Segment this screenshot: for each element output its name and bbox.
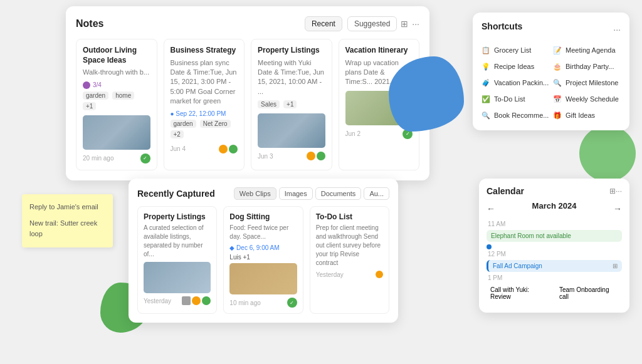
note-card-property[interactable]: Property Listings Meeting with Yuki Date… xyxy=(251,39,332,170)
time-label-11: 11 AM xyxy=(487,221,622,227)
note-card-title: Vacation Itinerary xyxy=(345,46,413,56)
calendar-next-button[interactable]: → xyxy=(613,204,622,214)
person-name: Luis xyxy=(229,254,241,261)
avatar-pair xyxy=(307,152,325,160)
shortcut-label: Book Recomme... xyxy=(494,112,549,119)
time-label-12: 12 PM xyxy=(487,251,622,257)
shortcut-birthday[interactable]: 🎂 Birthday Party... xyxy=(553,60,621,73)
cal-event-elephant[interactable]: Elephant Room not available xyxy=(487,230,622,242)
shortcut-schedule[interactable]: 📅 Weekly Schedule xyxy=(553,93,621,105)
note-card-body: Walk-through with b... xyxy=(83,68,150,77)
note-footer: Jun 2 ✓ xyxy=(345,129,413,139)
date-value: Dec 6, 9:00 AM xyxy=(236,244,279,251)
event-label: Call with Yuki: Review xyxy=(490,286,529,300)
tag-home: home xyxy=(112,91,134,100)
tab-images[interactable]: Images xyxy=(279,187,313,200)
gift-icon: 🎁 xyxy=(553,111,562,120)
captured-card-todo[interactable]: To-Do List Prep for client meeting and w… xyxy=(310,206,389,314)
avatar-clip xyxy=(182,296,191,305)
avatar-gold xyxy=(219,145,228,153)
note-card-body: Business plan sync Date & Time:Tue, Jun … xyxy=(171,58,238,107)
tag-more: +1 xyxy=(283,100,297,108)
shortcut-label: To-Do List xyxy=(494,95,525,103)
note-card-outdoor[interactable]: Outdoor Living Space Ideas Walk-through … xyxy=(76,39,157,170)
shortcut-label: Recipe Ideas xyxy=(494,63,534,70)
shortcut-label: Weekly Schedule xyxy=(566,95,619,103)
calendar-title: Calendar xyxy=(487,186,609,196)
shortcut-gift[interactable]: 🎁 Gift Ideas xyxy=(553,109,621,122)
note-progress: 3/4 xyxy=(83,81,150,89)
collaborator-icon: ✓ xyxy=(140,153,150,164)
note-card-body: Meeting with Yuki Date & Time:Tue, Jun 1… xyxy=(258,58,325,97)
sticky-line-1: Reply to Jamie's email xyxy=(29,202,105,213)
notes-panel-header: Notes Recent Suggested ⊞ ··· xyxy=(76,16,419,31)
captured-panel: Recently Captured Web Clips Images Docum… xyxy=(129,179,398,323)
captured-time: 10 min ago xyxy=(229,299,260,306)
shortcut-label: Project Milestone xyxy=(566,79,618,86)
event-copy-icon[interactable]: ⊞ xyxy=(613,263,618,269)
shortcuts-more-icon[interactable]: ··· xyxy=(613,24,621,34)
note-card-business[interactable]: Business Strategy Business plan sync Dat… xyxy=(164,39,245,170)
notes-add-icon[interactable]: ⊞ xyxy=(401,19,408,29)
captured-time: Yesterday xyxy=(144,298,171,304)
notes-grid: Outdoor Living Space Ideas Walk-through … xyxy=(76,39,419,170)
cal-event-row: Call with Yuki: Review Team Onboarding c… xyxy=(487,284,622,303)
avatar-gold xyxy=(307,152,315,160)
note-time: 20 min ago xyxy=(83,155,113,162)
calendar-month: March 2024 xyxy=(532,201,577,211)
meeting-icon: 📝 xyxy=(553,46,562,55)
recipe-icon: 💡 xyxy=(482,62,490,71)
captured-cards: Property Listings A curated selection of… xyxy=(137,206,389,314)
calendar-panel: Calendar ⊞ ··· ← March 2024 → 11 AM Elep… xyxy=(479,179,629,313)
note-tags: garden Net Zero +2 xyxy=(171,120,238,141)
tab-recent[interactable]: Recent xyxy=(305,16,342,31)
shortcut-todo[interactable]: ✅ To-Do List xyxy=(482,93,549,105)
sticky-note: Reply to Jamie's email New trail: Sutter… xyxy=(22,194,113,247)
progress-value: 3/4 xyxy=(93,81,102,88)
shortcut-vacation-packing[interactable]: 🧳 Vacation Packin... xyxy=(482,76,549,89)
captured-footer: Yesterday xyxy=(316,271,383,278)
time-label-1: 1 PM xyxy=(487,274,622,281)
captured-image-house xyxy=(144,262,211,293)
avatar-gold xyxy=(192,296,201,305)
milestone-icon: 🔍 xyxy=(553,78,562,87)
tab-webclips[interactable]: Web Clips xyxy=(234,187,276,200)
blue-dot-row xyxy=(487,244,622,249)
shortcut-recipe[interactable]: 💡 Recipe Ideas xyxy=(482,60,549,73)
person-info: Luis +1 xyxy=(229,254,297,261)
tab-audio[interactable]: Au... xyxy=(364,187,389,200)
avatar-green xyxy=(317,152,325,160)
cal-event-call-yuki[interactable]: Call with Yuki: Review xyxy=(487,284,553,303)
captured-card-property[interactable]: Property Listings A curated selection of… xyxy=(137,206,217,314)
tag-more: +1 xyxy=(83,102,96,110)
date-dot: ◆ xyxy=(229,244,236,251)
todo-icon: ✅ xyxy=(482,95,490,103)
shortcut-milestone[interactable]: 🔍 Project Milestone xyxy=(553,76,621,89)
event-label: Elephant Room not available xyxy=(491,232,571,239)
cal-event-team-onboard[interactable]: Team Onboarding call xyxy=(555,284,622,303)
note-image-house xyxy=(83,115,150,150)
note-footer: 20 min ago ✓ xyxy=(83,153,150,164)
note-time: Jun 4 xyxy=(171,145,186,152)
shortcuts-grid: 📋 Grocery List 📝 Meeting Agenda 💡 Recipe… xyxy=(482,44,621,122)
book-icon: 🔍 xyxy=(482,111,490,120)
tab-suggested[interactable]: Suggested xyxy=(347,16,397,31)
tab-documents[interactable]: Documents xyxy=(315,187,362,200)
note-tags: Sales +1 xyxy=(258,100,325,111)
notes-panel: Notes Recent Suggested ⊞ ··· Outdoor Liv… xyxy=(66,6,429,180)
note-time: Jun 2 xyxy=(345,130,360,137)
captured-card-dog[interactable]: Dog Sitting Food: Feed twice per day. Sp… xyxy=(223,206,303,314)
calendar-add-icon[interactable]: ⊞ xyxy=(609,187,616,195)
calendar-prev-button[interactable]: ← xyxy=(487,204,495,214)
shortcut-grocery[interactable]: 📋 Grocery List xyxy=(482,44,549,56)
calendar-more-icon[interactable]: ··· xyxy=(616,187,622,195)
note-footer: Jun 4 xyxy=(171,145,238,153)
notes-more-icon[interactable]: ··· xyxy=(412,19,419,29)
captured-card-body: Food: Feed twice per day. Space... xyxy=(229,224,297,241)
shortcut-meeting[interactable]: 📝 Meeting Agenda xyxy=(553,44,621,56)
person-count: +1 xyxy=(243,254,250,261)
tag-netzero: Net Zero xyxy=(200,120,231,128)
collaborator-icon: ✓ xyxy=(287,298,297,308)
shortcut-book[interactable]: 🔍 Book Recomme... xyxy=(482,109,549,122)
cal-event-fall-campaign[interactable]: Fall Ad Campaign ⊞ xyxy=(487,260,622,272)
